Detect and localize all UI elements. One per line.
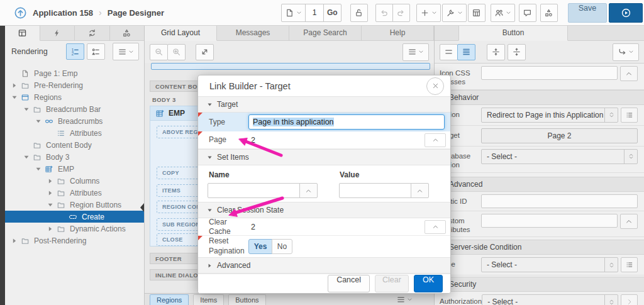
- caret-down-icon[interactable]: [35, 166, 45, 172]
- action-select[interactable]: Redirect to Page in this Application: [481, 108, 618, 123]
- tree-item-breadcrumbs[interactable]: Breadcrumbs: [5, 115, 144, 127]
- layout-menu-button[interactable]: [402, 43, 429, 61]
- icon-css-classes-lov-button[interactable]: [620, 66, 638, 81]
- authorization-scheme-go-button[interactable]: [621, 294, 638, 305]
- tree-item-create[interactable]: Create: [5, 211, 144, 223]
- expand-all-button[interactable]: [508, 44, 526, 60]
- section-advanced[interactable]: Advanced: [435, 177, 644, 192]
- item-value-lov-button[interactable]: [411, 183, 429, 198]
- tree-item-content-body[interactable]: Content Body: [5, 139, 144, 151]
- tree-item-region-buttons[interactable]: Region Buttons: [5, 199, 144, 211]
- item-value-input[interactable]: [339, 183, 411, 198]
- yes-option[interactable]: Yes: [248, 239, 272, 254]
- caret-down-icon[interactable]: [35, 118, 45, 125]
- gallery-tab-items[interactable]: Items: [193, 294, 224, 305]
- section-server-side-condition[interactable]: Server-side Condition: [435, 240, 644, 255]
- expand-button[interactable]: [196, 44, 214, 60]
- item-name-lov-button[interactable]: [299, 183, 318, 198]
- caret-right-icon[interactable]: [47, 226, 57, 232]
- caret-down-icon[interactable]: [47, 202, 57, 208]
- go-button[interactable]: Go: [323, 4, 341, 22]
- section-clear-session-state[interactable]: Clear Session State: [198, 202, 450, 218]
- caret-right-icon[interactable]: [47, 178, 57, 184]
- left-splitter-handle[interactable]: [140, 203, 144, 212]
- tree-item-breadcrumb-bar[interactable]: Breadcrumb Bar: [5, 103, 144, 115]
- breadcrumb-bar-region-box[interactable]: [151, 63, 430, 70]
- type-select[interactable]: - Select -: [481, 257, 618, 272]
- section-target[interactable]: Target: [198, 96, 450, 113]
- static-id-input[interactable]: [481, 194, 638, 208]
- tree-item-regions[interactable]: Regions: [5, 91, 144, 103]
- tree-item-attributes[interactable]: Attributes: [5, 187, 144, 199]
- run-button[interactable]: [609, 3, 643, 23]
- redo-button[interactable]: [392, 4, 410, 22]
- page-input[interactable]: 2: [248, 136, 425, 145]
- section-security[interactable]: Security: [435, 277, 644, 292]
- clear-button[interactable]: Clear: [375, 275, 409, 292]
- tab-messages[interactable]: Messages: [217, 25, 289, 40]
- tab-help[interactable]: Help: [362, 25, 434, 40]
- page-selector-button[interactable]: [281, 4, 306, 22]
- type-list-button[interactable]: [621, 257, 638, 272]
- breadcrumb-application[interactable]: Application 158: [33, 8, 93, 18]
- zoom-in-button[interactable]: [167, 44, 186, 60]
- icon-css-classes-input[interactable]: [481, 66, 618, 80]
- caret-right-icon[interactable]: [11, 82, 21, 89]
- zoom-out-button[interactable]: [150, 44, 168, 60]
- order-by-type-button[interactable]: [87, 43, 105, 60]
- clear-cache-lov-button[interactable]: [425, 220, 446, 234]
- cancel-button[interactable]: Cancel: [328, 275, 370, 292]
- tree-item-emp[interactable]: EMP: [5, 163, 144, 175]
- tab-processing[interactable]: [75, 25, 110, 40]
- tab-shared-components[interactable]: [110, 25, 145, 40]
- go-to-menu-button[interactable]: [613, 43, 639, 61]
- custom-attributes-lov-button[interactable]: [620, 214, 638, 229]
- tab-rendering[interactable]: [5, 25, 40, 41]
- clear-cache-input[interactable]: 2: [248, 223, 425, 231]
- tree-item-page-1-emp[interactable]: Page 1: Emp: [5, 67, 144, 79]
- database-action-select[interactable]: - Select -: [481, 149, 638, 164]
- tree-item-pre-rendering[interactable]: Pre-Rendering: [5, 79, 144, 91]
- tree-item-columns[interactable]: Columns: [5, 175, 144, 187]
- page-number-input[interactable]: 1: [305, 4, 324, 22]
- caret-down-icon[interactable]: [23, 154, 33, 160]
- utilities-menu-button[interactable]: [442, 4, 467, 22]
- team-dev-button[interactable]: [491, 4, 515, 22]
- section-set-items[interactable]: Set Items: [198, 149, 450, 165]
- caret-down-icon[interactable]: [23, 106, 33, 113]
- collapse-all-button[interactable]: [487, 44, 505, 60]
- tree-menu-button[interactable]: [113, 43, 139, 60]
- gallery-menu-button[interactable]: [394, 294, 415, 304]
- tree-item-body-3[interactable]: Body 3: [5, 151, 144, 163]
- section-behavior[interactable]: Behavior: [435, 90, 644, 105]
- create-menu-button[interactable]: [416, 4, 441, 22]
- type-combobox[interactable]: Page in this application: [248, 114, 445, 130]
- gallery-tab-regions[interactable]: Regions: [150, 294, 189, 305]
- tab-page-search[interactable]: Page Search: [289, 25, 362, 40]
- page-lov-button[interactable]: [425, 133, 446, 147]
- tab-button-properties[interactable]: Button: [458, 25, 568, 41]
- authorization-scheme-select[interactable]: - Select -: [482, 294, 618, 305]
- tree-item-attributes[interactable]: Attributes: [5, 127, 144, 139]
- up-level-icon[interactable]: [14, 6, 27, 19]
- caret-right-icon[interactable]: [11, 238, 21, 244]
- shared-components-button[interactable]: [540, 4, 558, 22]
- tree-item-post-rendering[interactable]: Post-Rendering: [5, 235, 144, 247]
- target-button[interactable]: Page 2: [481, 128, 638, 143]
- save-button[interactable]: Save: [568, 3, 608, 23]
- tree-item-dynamic-actions[interactable]: Dynamic Actions: [5, 223, 144, 235]
- tab-dynamic-actions[interactable]: [40, 25, 75, 40]
- collapsed-view-button[interactable]: [440, 44, 458, 60]
- caret-right-icon[interactable]: [47, 190, 57, 196]
- ok-button[interactable]: OK: [414, 275, 443, 292]
- no-option[interactable]: No: [272, 239, 292, 254]
- dialog-close-button[interactable]: [426, 77, 444, 95]
- expanded-view-button[interactable]: [457, 44, 475, 60]
- action-list-button[interactable]: [621, 108, 638, 123]
- item-name-input[interactable]: [208, 183, 300, 198]
- tab-grid-layout[interactable]: Grid Layout: [145, 25, 217, 41]
- feedback-button[interactable]: [519, 4, 536, 22]
- undo-button[interactable]: [375, 4, 393, 22]
- lock-button[interactable]: [350, 4, 368, 22]
- section-advanced[interactable]: Advanced: [198, 257, 450, 274]
